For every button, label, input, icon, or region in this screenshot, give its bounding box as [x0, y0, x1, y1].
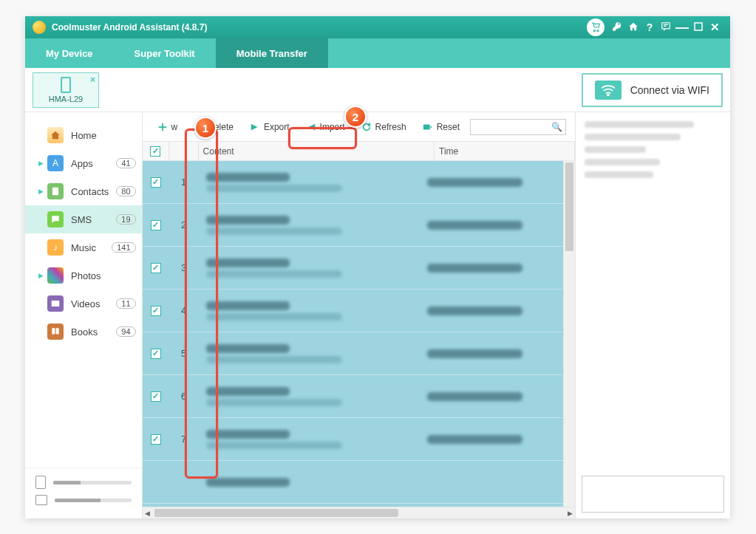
sidebar: ▶ Home ▶ A Apps 41 ▶ Con: [25, 112, 143, 518]
svg-rect-5: [423, 124, 430, 129]
reset-icon: [423, 122, 433, 132]
tab-mobile-transfer[interactable]: Mobile Transfer: [216, 38, 328, 68]
row-checkbox[interactable]: [151, 220, 161, 230]
expand-icon[interactable]: ▶: [38, 188, 44, 195]
scroll-left-icon[interactable]: ◀: [143, 507, 153, 519]
row-checkbox[interactable]: [151, 434, 161, 445]
table-row[interactable]: [143, 461, 563, 504]
sidebar-item-videos[interactable]: ▶ Videos 11: [25, 290, 142, 318]
maximize-button[interactable]: [690, 21, 706, 33]
svg-rect-3: [52, 188, 58, 196]
row-checkbox[interactable]: [151, 391, 161, 402]
export-icon: [250, 122, 260, 132]
sd-storage-bar: [55, 499, 132, 502]
home-icon[interactable]: [625, 21, 641, 34]
app-title: Coolmuster Android Assistant (4.8.7): [52, 22, 207, 32]
search-icon[interactable]: 🔍: [551, 122, 562, 132]
sidebar-item-sms[interactable]: ▶ SMS 19: [25, 205, 142, 233]
cart-button[interactable]: [587, 18, 605, 36]
row-time: [423, 346, 563, 361]
export-button[interactable]: Export: [244, 119, 296, 135]
cart-icon: [590, 22, 601, 32]
table-body: 1 2 3: [143, 161, 563, 507]
app-logo-icon: [33, 21, 46, 34]
music-nav-icon: ♪: [47, 239, 64, 256]
main-panel: w Delete Export Import: [143, 112, 730, 518]
count-badge: 19: [116, 214, 135, 225]
row-time: [423, 389, 563, 404]
row-time: [423, 175, 563, 190]
count-badge: 11: [116, 298, 135, 309]
key-icon[interactable]: [609, 21, 625, 34]
row-content: [199, 337, 423, 371]
table-row[interactable]: 6: [143, 375, 563, 418]
device-tab[interactable]: × HMA-L29: [33, 72, 99, 108]
sidebar-item-music[interactable]: ▶ ♪ Music 141: [25, 233, 142, 261]
tab-my-device[interactable]: My Device: [25, 38, 114, 68]
reset-button[interactable]: Reset: [417, 119, 466, 135]
row-time: [423, 304, 563, 318]
refresh-button[interactable]: Refresh: [355, 119, 412, 135]
device-close-icon[interactable]: ×: [90, 75, 95, 85]
device-name: HMA-L29: [49, 95, 83, 103]
feedback-icon[interactable]: [658, 21, 674, 34]
table-row[interactable]: 7: [143, 418, 563, 461]
row-content: [199, 165, 423, 199]
import-button[interactable]: Import: [300, 119, 351, 135]
wifi-icon: [595, 81, 622, 100]
select-all-checkbox[interactable]: [150, 146, 160, 157]
titlebar: Coolmuster Android Assistant (4.8.7) ? —…: [25, 16, 730, 38]
table-row[interactable]: 5: [143, 332, 563, 375]
message-preview: [576, 112, 730, 470]
close-button[interactable]: ✕: [706, 21, 723, 34]
import-icon: [306, 122, 316, 132]
expand-icon[interactable]: ▶: [38, 272, 44, 279]
scroll-thumb[interactable]: [565, 162, 573, 251]
minimize-button[interactable]: —: [674, 20, 690, 35]
videos-nav-icon: [47, 295, 64, 312]
internal-storage-icon: [35, 476, 46, 489]
count-badge: 94: [116, 326, 135, 337]
sd-storage-icon: [35, 495, 47, 505]
col-content[interactable]: Content: [199, 142, 435, 160]
new-button[interactable]: w: [151, 119, 184, 135]
row-checkbox[interactable]: [151, 306, 161, 316]
row-content: [199, 208, 423, 242]
scroll-right-icon[interactable]: ▶: [565, 507, 575, 519]
table-row[interactable]: 2: [143, 204, 563, 247]
home-nav-icon: [47, 127, 64, 143]
help-icon[interactable]: ?: [641, 21, 658, 33]
col-time[interactable]: Time: [435, 142, 575, 160]
app-window: Coolmuster Android Assistant (4.8.7) ? —…: [25, 16, 730, 518]
sidebar-item-contacts[interactable]: ▶ Contacts 80: [25, 177, 142, 205]
search-box[interactable]: 🔍: [470, 119, 566, 135]
row-checkbox[interactable]: [151, 263, 161, 273]
reply-input[interactable]: [582, 476, 724, 513]
plus-icon: [157, 122, 168, 132]
contacts-nav-icon: [47, 183, 64, 199]
row-time: [423, 432, 563, 447]
search-input[interactable]: [474, 123, 551, 131]
count-badge: 41: [116, 158, 135, 168]
row-checkbox[interactable]: [151, 177, 161, 188]
table-row[interactable]: 4: [143, 290, 563, 332]
scroll-thumb[interactable]: [154, 509, 398, 517]
delete-button[interactable]: Delete: [188, 119, 239, 135]
sidebar-item-home[interactable]: ▶ Home: [25, 121, 142, 149]
nav-list: ▶ Home ▶ A Apps 41 ▶ Con: [25, 112, 142, 468]
connect-wifi-button[interactable]: Connect via WIFI: [582, 73, 723, 107]
sidebar-item-photos[interactable]: ▶ Photos: [25, 261, 142, 290]
horizontal-scrollbar[interactable]: ◀ ▶: [143, 507, 575, 518]
table-row[interactable]: 3: [143, 247, 563, 290]
sms-nav-icon: [47, 211, 64, 227]
sidebar-item-books[interactable]: ▶ Books 94: [25, 318, 142, 346]
expand-icon[interactable]: ▶: [38, 160, 44, 167]
tab-super-toolkit[interactable]: Super Toolkit: [114, 38, 216, 68]
svg-rect-4: [52, 301, 60, 307]
vertical-scrollbar[interactable]: [563, 161, 575, 507]
sidebar-item-apps[interactable]: ▶ A Apps 41: [25, 149, 142, 177]
row-checkbox[interactable]: [151, 349, 161, 359]
toolbar: w Delete Export Import: [143, 112, 575, 142]
count-badge: 141: [112, 242, 135, 253]
table-row[interactable]: 1: [143, 161, 563, 204]
